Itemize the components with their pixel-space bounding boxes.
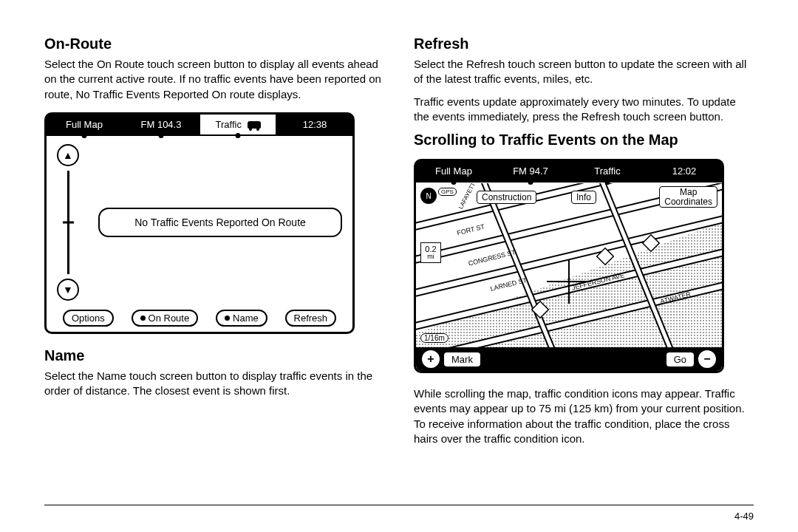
- no-events-message: No Traffic Events Reported On Route: [98, 208, 342, 237]
- tab-label: FM 104.3: [141, 119, 182, 130]
- plus-icon: +: [427, 352, 434, 366]
- zoom-scale-box[interactable]: 0.2 mi: [420, 242, 441, 263]
- mark-button[interactable]: Mark: [444, 352, 480, 366]
- zoom-out-button[interactable]: −: [698, 350, 716, 368]
- tab-bar: Full Map FM 104.3 Traffic 12:38: [47, 115, 352, 136]
- clock-label: 12:02: [672, 166, 697, 177]
- go-button[interactable]: Go: [666, 352, 694, 366]
- left-column: On-Route Select the On Route touch scree…: [44, 30, 384, 502]
- zoom-unit: mi: [421, 253, 440, 261]
- scroll-up-button[interactable]: ▲: [57, 144, 79, 166]
- tab-traffic[interactable]: Traffic: [200, 115, 277, 134]
- minus-icon: −: [703, 352, 710, 366]
- car-icon: [248, 121, 261, 129]
- label-line2: Coordinates: [664, 197, 712, 207]
- paragraph-refresh-1: Select the Refresh touch screen button t…: [414, 57, 754, 87]
- tab-full-map[interactable]: Full Map: [47, 115, 123, 134]
- button-label: Name: [233, 313, 259, 324]
- nav-screen-map: Full Map FM 94.7 Traffic 12:02: [414, 159, 724, 373]
- refresh-button[interactable]: Refresh: [285, 310, 337, 327]
- scroll-down-button[interactable]: ▼: [57, 279, 79, 301]
- scroll-indicator: [63, 221, 74, 223]
- map-area[interactable]: N GPS Construction Info Map Coordinates …: [416, 183, 722, 371]
- tab-label: Full Map: [66, 119, 103, 130]
- heading-name: Name: [44, 347, 384, 364]
- map-bottom-bar: + Mark Go −: [416, 347, 722, 371]
- tab-radio[interactable]: FM 94.7: [493, 161, 570, 181]
- right-column: Refresh Select the Refresh touch screen …: [414, 30, 754, 502]
- tab-label: Traffic: [594, 166, 620, 177]
- scale-badge: 1/16m: [420, 333, 449, 343]
- tab-label: Full Map: [435, 166, 472, 177]
- active-dot-icon: [140, 316, 146, 321]
- on-route-button[interactable]: On Route: [132, 310, 199, 327]
- paragraph-refresh-2: Traffic events update approximately ever…: [414, 95, 754, 125]
- tab-bar: Full Map FM 94.7 Traffic 12:02: [416, 161, 722, 183]
- bottom-button-row: Options On Route Name Refresh: [47, 310, 352, 328]
- tab-time: 12:38: [277, 115, 352, 134]
- tab-label: Traffic: [215, 119, 241, 130]
- button-label: Options: [72, 313, 105, 324]
- button-label: Refresh: [294, 313, 328, 324]
- active-dot-icon: [225, 316, 230, 321]
- list-pane: ▲ ▼ No Traffic Events Reported On Route: [47, 138, 352, 307]
- info-button[interactable]: Info: [571, 191, 596, 204]
- name-button[interactable]: Name: [216, 310, 267, 327]
- map-svg: [416, 183, 722, 371]
- tab-label: FM 94.7: [513, 166, 548, 177]
- tab-time: 12:02: [647, 161, 722, 181]
- chevron-down-icon: ▼: [63, 284, 73, 296]
- paragraph-on-route: Select the On Route touch screen button …: [44, 57, 384, 102]
- tab-full-map[interactable]: Full Map: [416, 161, 493, 181]
- heading-scrolling: Scrolling to Traffic Events on the Map: [414, 132, 754, 149]
- page-number: 4-49: [734, 511, 754, 522]
- tab-traffic[interactable]: Traffic: [570, 161, 647, 181]
- button-label: On Route: [149, 313, 190, 324]
- compass-icon[interactable]: N: [420, 188, 437, 204]
- zoom-in-button[interactable]: +: [422, 350, 440, 368]
- map-coordinates-button[interactable]: Map Coordinates: [659, 186, 717, 208]
- paragraph-name: Select the Name touch screen button to d…: [44, 369, 384, 399]
- chevron-up-icon: ▲: [63, 149, 73, 161]
- traffic-event-label: Construction: [477, 191, 536, 204]
- footer-rule: [44, 505, 754, 505]
- clock-label: 12:38: [303, 119, 327, 130]
- tab-radio[interactable]: FM 104.3: [123, 115, 200, 134]
- heading-on-route: On-Route: [44, 35, 384, 52]
- paragraph-scrolling: While scrolling the map, traffic conditi…: [414, 386, 754, 446]
- gps-badge: GPS: [438, 188, 457, 196]
- heading-refresh: Refresh: [414, 35, 754, 52]
- nav-screen-traffic-list: Full Map FM 104.3 Traffic 12:38: [44, 112, 355, 334]
- options-button[interactable]: Options: [63, 310, 114, 327]
